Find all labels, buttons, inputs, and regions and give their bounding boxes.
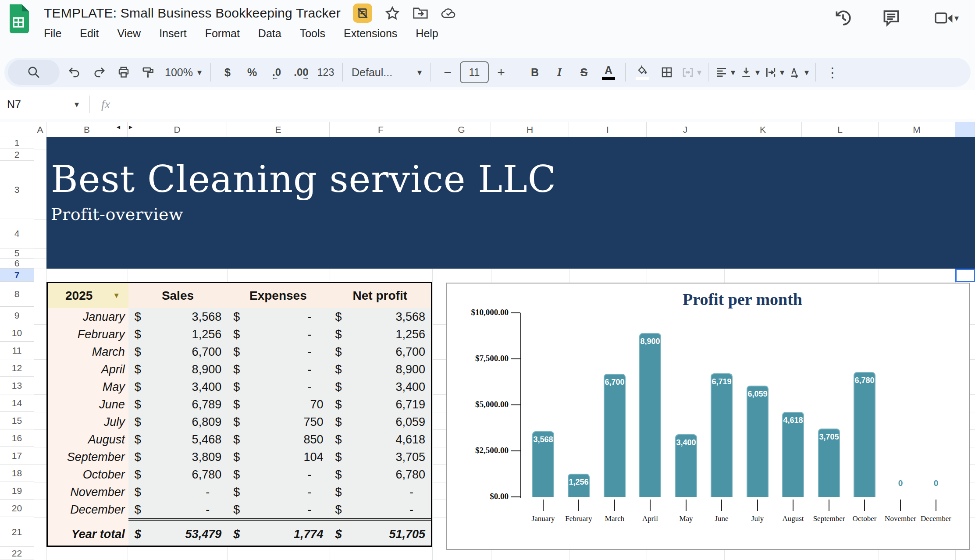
row-header-21[interactable]: 21 xyxy=(0,517,34,547)
cell-march-net-profit[interactable]: $6,700 xyxy=(329,343,431,361)
menu-insert[interactable]: Insert xyxy=(159,27,187,40)
column-header-k[interactable]: K xyxy=(724,122,802,137)
menu-tools[interactable]: Tools xyxy=(300,27,325,40)
cell-march-expenses[interactable]: $- xyxy=(227,343,329,361)
cell-february-expenses[interactable]: $- xyxy=(227,326,329,343)
font-size-input[interactable]: 11 xyxy=(460,61,489,83)
row-header-11[interactable]: 11 xyxy=(0,342,34,359)
row-header-9[interactable]: 9 xyxy=(0,307,34,324)
cell-february[interactable]: February xyxy=(48,326,128,343)
row-header-16[interactable]: 16 xyxy=(0,429,34,447)
menu-extensions[interactable]: Extensions xyxy=(344,27,397,40)
row-header-13[interactable]: 13 xyxy=(0,377,34,394)
unhide-column-right-button[interactable]: ▸ xyxy=(129,124,132,131)
horizontal-align-button[interactable]: ▾ xyxy=(713,60,737,85)
menu-edit[interactable]: Edit xyxy=(80,27,99,40)
move-folder-button[interactable] xyxy=(413,5,428,21)
column-header-a[interactable]: A xyxy=(34,122,46,137)
cell-november-net-profit[interactable]: $- xyxy=(329,483,431,501)
cell-june[interactable]: June xyxy=(48,396,128,413)
profit-chart[interactable]: Profit per month $10,000.00$7,500.00$5,0… xyxy=(446,283,970,550)
row-header-6[interactable]: 6 xyxy=(0,259,34,269)
sheet-grid[interactable]: 12345678910111213141516171819202122 Best… xyxy=(0,137,975,560)
more-toolbar-options-button[interactable]: ⋮ xyxy=(820,60,845,85)
menus-search-button[interactable] xyxy=(8,60,60,85)
sheets-logo[interactable] xyxy=(8,4,29,33)
column-header-m[interactable]: M xyxy=(879,122,955,137)
cell-june-net-profit[interactable]: $6,719 xyxy=(329,396,431,413)
cell-february-net-profit[interactable]: $1,256 xyxy=(329,326,431,343)
menu-file[interactable]: File xyxy=(44,27,61,40)
merge-cells-button[interactable]: ▾ xyxy=(679,60,704,85)
menu-help[interactable]: Help xyxy=(416,27,438,40)
column-header-selected[interactable] xyxy=(955,122,975,137)
number-format-button[interactable]: 123 xyxy=(313,60,338,85)
version-history-button[interactable] xyxy=(833,8,853,28)
increase-decimal-button[interactable]: .00→ xyxy=(289,60,313,85)
cell-october-sales[interactable]: $6,780 xyxy=(128,466,227,483)
cell-december[interactable]: December xyxy=(48,501,128,518)
cell-july-net-profit[interactable]: $6,059 xyxy=(329,413,431,431)
column-header-d[interactable]: D xyxy=(128,122,227,137)
redo-button[interactable] xyxy=(87,60,111,85)
cell-june-sales[interactable]: $6,789 xyxy=(128,396,227,413)
column-header-j[interactable]: J xyxy=(647,122,724,137)
column-header-g[interactable]: G xyxy=(432,122,491,137)
paint-format-button[interactable] xyxy=(136,60,160,85)
cell-april-sales[interactable]: $8,900 xyxy=(128,361,227,378)
year-select[interactable]: 2025▼ xyxy=(48,283,128,308)
cell-september-expenses[interactable]: $104 xyxy=(227,448,329,466)
fill-color-button[interactable] xyxy=(630,60,655,85)
row-header-10[interactable]: 10 xyxy=(0,324,34,342)
cell-september-net-profit[interactable]: $3,705 xyxy=(329,448,431,466)
row-header-20[interactable]: 20 xyxy=(0,500,34,517)
cell-june-expenses[interactable]: $70 xyxy=(227,396,329,413)
cell-may-expenses[interactable]: $- xyxy=(227,378,329,396)
row-header-7[interactable]: 7 xyxy=(0,269,34,282)
row-header-19[interactable]: 19 xyxy=(0,482,34,500)
cell-july-sales[interactable]: $6,809 xyxy=(128,413,227,431)
row-header-15[interactable]: 15 xyxy=(0,412,34,429)
cell-year-total[interactable]: Year total xyxy=(48,518,128,546)
cell-april-expenses[interactable]: $- xyxy=(227,361,329,378)
row-header-12[interactable]: 12 xyxy=(0,359,34,377)
zoom-select[interactable]: 100% ▾ xyxy=(160,60,206,85)
cell-january-sales[interactable]: $3,568 xyxy=(128,308,227,326)
column-header-h[interactable]: H xyxy=(491,122,569,137)
cell-january[interactable]: January xyxy=(48,308,128,326)
row-header-14[interactable]: 14 xyxy=(0,394,34,412)
cell-may-sales[interactable]: $3,400 xyxy=(128,378,227,396)
row-header-2[interactable]: 2 xyxy=(0,149,34,161)
row-header-22[interactable]: 22 xyxy=(0,547,34,560)
row-header-18[interactable]: 18 xyxy=(0,464,34,482)
cell-december-net-profit[interactable]: $- xyxy=(329,501,431,518)
cell-total-expenses[interactable]: $1,774 xyxy=(227,518,329,546)
column-header-f[interactable]: F xyxy=(330,122,432,137)
selected-cell-n7[interactable] xyxy=(955,269,975,282)
menu-view[interactable]: View xyxy=(117,27,141,40)
cell-december-sales[interactable]: $- xyxy=(128,501,227,518)
menu-data[interactable]: Data xyxy=(258,27,281,40)
star-button[interactable] xyxy=(384,5,400,21)
cell-september[interactable]: September xyxy=(48,448,128,466)
column-header-i[interactable]: I xyxy=(569,122,647,137)
cell-april[interactable]: April xyxy=(48,361,128,378)
caret-down-icon[interactable]: ▾ xyxy=(75,99,79,110)
cell-total-sales[interactable]: $53,479 xyxy=(128,518,227,546)
text-wrap-button[interactable]: ▾ xyxy=(762,60,786,85)
borders-button[interactable] xyxy=(655,60,679,85)
select-all-corner[interactable] xyxy=(0,122,34,137)
increase-font-size-button[interactable]: + xyxy=(489,60,513,85)
cell-march[interactable]: March xyxy=(48,343,128,361)
row-header-1[interactable]: 1 xyxy=(0,137,34,149)
document-status-button[interactable] xyxy=(441,5,456,21)
formula-input[interactable] xyxy=(110,90,975,119)
cell-november[interactable]: November xyxy=(48,483,128,501)
cell-november-sales[interactable]: $- xyxy=(128,483,227,501)
company-banner[interactable]: Best Cleaning service LLC Profit-overvie… xyxy=(46,137,975,269)
format-percent-button[interactable]: % xyxy=(240,60,264,85)
cell-total-net-profit[interactable]: $51,705 xyxy=(329,518,431,546)
row-header-17[interactable]: 17 xyxy=(0,447,34,464)
cell-november-expenses[interactable]: $- xyxy=(227,483,329,501)
comments-button[interactable] xyxy=(881,8,901,28)
